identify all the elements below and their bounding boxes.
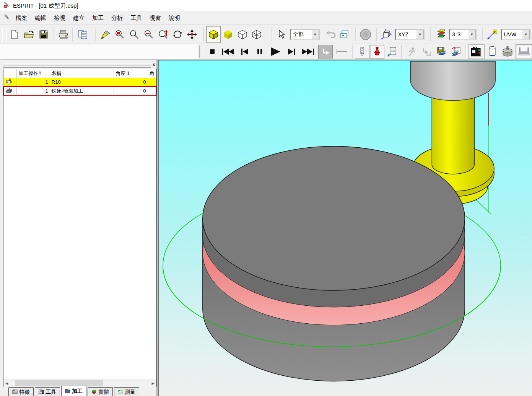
tool-shank	[432, 94, 474, 174]
title-bar: ESPRIT - [01-成型刀.esp]	[0, 0, 532, 12]
hidden-line-view-button[interactable]	[250, 26, 264, 43]
dropdown-arrow-icon[interactable]: ▼	[311, 30, 319, 39]
menu-tools[interactable]: 工具	[127, 13, 146, 23]
zoom-window-button[interactable]	[112, 26, 127, 43]
dropdown-arrow-icon[interactable]: ▼	[416, 30, 424, 39]
machine-setup-button[interactable]	[469, 44, 485, 59]
op-name[interactable]: 銑床-輪廓加工	[50, 86, 114, 95]
sim-breakpoint-button[interactable]	[333, 45, 350, 59]
tab-tools[interactable]: 工具	[35, 387, 60, 396]
sim-pause-button[interactable]	[252, 45, 267, 59]
separator	[430, 28, 431, 41]
col-op-number[interactable]: 加工操作#	[17, 69, 50, 78]
op-number[interactable]: 1	[17, 78, 50, 87]
sim-play-button[interactable]	[267, 45, 284, 59]
panel-grip[interactable]: x	[3, 62, 157, 69]
separator	[401, 45, 402, 58]
tab-machining[interactable]: 加工	[61, 386, 86, 396]
save-button[interactable]	[36, 26, 51, 43]
zoom-previous-button[interactable]	[156, 26, 171, 43]
toolbar-grip[interactable]	[2, 27, 7, 42]
dropdown-arrow-icon[interactable]: ▼	[522, 30, 530, 39]
separator	[95, 28, 96, 41]
table-row[interactable]: 1 銑床-輪廓加工 0	[4, 86, 156, 95]
undo-button[interactable]	[324, 26, 338, 43]
menu-edit[interactable]: 編輯	[31, 13, 50, 23]
tab-features[interactable]: 特徵	[8, 387, 34, 396]
separator	[53, 28, 54, 41]
new-file-button[interactable]	[8, 26, 22, 43]
features-icon	[12, 389, 18, 395]
layer-value: 3 '3'	[450, 31, 468, 37]
tab-solids[interactable]: 實體	[88, 387, 113, 396]
simulation-report-button[interactable]	[384, 45, 399, 59]
pan-view-button[interactable]	[185, 26, 199, 43]
simulation-data-button[interactable]	[449, 45, 464, 59]
zoom-out-button[interactable]	[142, 26, 156, 43]
menu-help[interactable]: 說明	[165, 13, 184, 23]
select-cursor-button[interactable]	[274, 26, 288, 43]
layers-icon[interactable]	[433, 26, 447, 43]
menu-machining[interactable]: 加工	[88, 13, 107, 23]
app-icon	[3, 2, 10, 10]
dropdown-arrow-icon[interactable]: ▼	[468, 30, 476, 39]
sim-single-step-button[interactable]	[318, 45, 333, 59]
smooth-shaded-view-button[interactable]	[221, 26, 235, 43]
redraw-brush-button[interactable]	[98, 26, 112, 43]
op-angle1[interactable]: 0	[114, 78, 148, 87]
sim-rewind-button[interactable]	[220, 45, 237, 59]
document-icon[interactable]	[4, 15, 10, 22]
col-name[interactable]: 名稱	[50, 69, 114, 78]
stock-solid-button[interactable]	[499, 44, 516, 59]
menu-create[interactable]: 建立	[69, 13, 88, 23]
stock-definition-button[interactable]	[485, 44, 499, 59]
show-holder-button[interactable]	[370, 45, 385, 59]
menu-view[interactable]: 檢視	[50, 13, 69, 23]
toolbar-grip[interactable]	[199, 46, 204, 58]
solids-icon	[91, 389, 97, 395]
col-angle2[interactable]: 角	[148, 69, 156, 78]
selection-scope-dropdown[interactable]: 全部 ▼	[290, 29, 320, 40]
work-plane-value: XYZ	[396, 31, 416, 37]
operations-panel: x 加工操作# 名稱 角度 1 角 1	[3, 62, 157, 387]
insert-page-button[interactable]	[338, 26, 352, 43]
op-number[interactable]: 1	[17, 86, 50, 95]
uvw-dropdown[interactable]: UVW ▼	[501, 29, 531, 40]
sim-step-forward-button[interactable]	[284, 45, 299, 59]
fixture-button[interactable]	[516, 44, 532, 59]
sim-stop-button[interactable]	[205, 45, 220, 59]
show-tool-button[interactable]	[355, 45, 370, 59]
run-to-operation-button	[404, 45, 419, 59]
wireframe-view-button[interactable]	[235, 26, 250, 43]
separator	[355, 28, 356, 41]
graphics-viewport[interactable]	[159, 60, 532, 396]
sim-fast-forward-button[interactable]	[299, 45, 316, 59]
operations-table: 加工操作# 名稱 角度 1 角 1 R10 0	[3, 69, 156, 96]
save-simulation-button[interactable]	[434, 45, 449, 59]
op-name[interactable]: R10	[50, 78, 114, 87]
rotate-view-button[interactable]	[171, 26, 185, 43]
simulation-toolbar	[0, 44, 532, 60]
worksheets-button[interactable]	[75, 26, 90, 43]
window-title: ESPRIT - [01-成型刀.esp]	[13, 2, 78, 10]
menu-analysis[interactable]: 分析	[107, 13, 127, 23]
panel-close-button[interactable]: x	[151, 62, 157, 68]
print-button[interactable]	[56, 26, 70, 43]
shaded-view-button[interactable]	[206, 26, 221, 43]
milling-op-icon	[6, 89, 13, 95]
scroll-right-icon[interactable]: ▶	[150, 380, 156, 387]
tab-measure[interactable]: 測量	[114, 387, 139, 396]
menu-window[interactable]: 視窗	[146, 13, 165, 23]
menu-file[interactable]: 檔案	[12, 13, 31, 23]
work-plane-dropdown[interactable]: XYZ ▼	[395, 29, 425, 40]
separator	[482, 28, 483, 41]
op-angle1[interactable]: 0	[114, 86, 148, 95]
open-file-button[interactable]	[22, 26, 36, 43]
zoom-button[interactable]	[127, 26, 142, 43]
work-plane-icon[interactable]	[379, 26, 394, 43]
col-angle1[interactable]: 角度 1	[114, 69, 148, 78]
sim-step-back-button[interactable]	[238, 45, 252, 59]
layer-dropdown[interactable]: 3 '3' ▼	[449, 29, 477, 40]
table-row[interactable]: 1 R10 0	[4, 78, 156, 87]
uvw-axes-icon[interactable]	[485, 26, 499, 43]
